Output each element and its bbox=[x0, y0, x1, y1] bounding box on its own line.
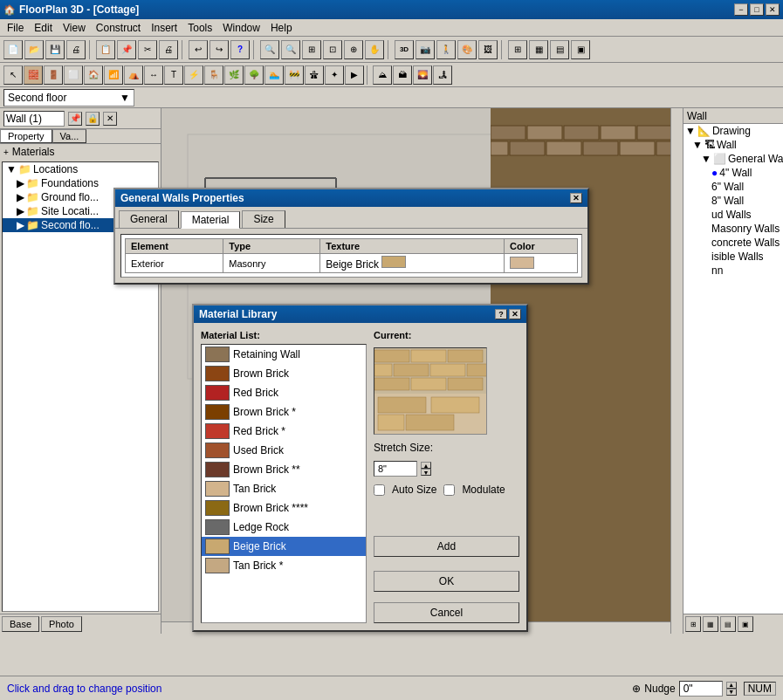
render2-button[interactable]: 🖼 bbox=[478, 40, 498, 59]
ml-item-ledge-rock[interactable]: Ledge Rock bbox=[202, 518, 366, 537]
panel-lock-button[interactable]: 🔒 bbox=[86, 112, 100, 126]
terrain2-button[interactable]: 🏔 bbox=[393, 65, 412, 85]
rp-btn-4[interactable]: ▣ bbox=[738, 616, 753, 632]
texture-swatch[interactable] bbox=[381, 256, 406, 268]
gwp-tab-size[interactable]: Size bbox=[242, 210, 285, 228]
zoom-in-button[interactable]: 🔍 bbox=[260, 40, 279, 59]
zoom-fit-button[interactable]: ⊞ bbox=[302, 40, 321, 59]
tree-right-nn[interactable]: nn bbox=[683, 264, 783, 278]
terrain4-button[interactable]: 🏞 bbox=[433, 65, 452, 85]
redo-button[interactable]: ↪ bbox=[209, 40, 229, 59]
ml-material-list[interactable]: Retaining Wall Brown Brick Red Brick Bro… bbox=[201, 344, 367, 623]
table-row[interactable]: Exterior Masonry Beige Brick bbox=[126, 254, 578, 273]
grid4-button[interactable]: ▣ bbox=[571, 40, 590, 59]
pool-button[interactable]: 🏊 bbox=[264, 65, 284, 85]
ml-item-tan-brick-2[interactable]: Tan Brick * bbox=[202, 556, 366, 575]
tree-right-drawing[interactable]: ▼ 📐 Drawing bbox=[683, 124, 783, 138]
menu-help[interactable]: Help bbox=[265, 21, 298, 35]
ml-item-brown-brick-2[interactable]: Brown Brick * bbox=[202, 402, 366, 422]
zoom-out-button[interactable]: 🔍 bbox=[281, 40, 300, 59]
more-button[interactable]: ▶ bbox=[345, 65, 364, 85]
room-button[interactable]: 🏠 bbox=[84, 65, 103, 85]
tree-right-invisible[interactable]: isible Walls bbox=[683, 250, 783, 264]
window-button[interactable]: ⬜ bbox=[64, 65, 83, 85]
elec-button[interactable]: ⚡ bbox=[184, 65, 203, 85]
vertical-scrollbar[interactable] bbox=[670, 108, 683, 634]
ml-help-button[interactable]: ? bbox=[495, 309, 507, 319]
gwp-close-button[interactable]: ✕ bbox=[570, 193, 582, 203]
tree-right-wall[interactable]: ▼ 🏗 Wall bbox=[683, 138, 783, 152]
gwp-tab-general[interactable]: General bbox=[119, 210, 179, 228]
terrain-button[interactable]: ⛰ bbox=[373, 65, 392, 85]
rp-btn-3[interactable]: ▤ bbox=[720, 616, 736, 632]
tree-right-stud[interactable]: ud Walls bbox=[683, 208, 783, 222]
panel-close-button[interactable]: ✕ bbox=[103, 112, 117, 126]
tree-right-8wall[interactable]: 8" Wall bbox=[683, 194, 783, 208]
rp-btn-1[interactable]: ⊞ bbox=[685, 616, 701, 632]
photo-tab-button[interactable]: Photo bbox=[41, 616, 82, 632]
open-button[interactable]: 📂 bbox=[24, 40, 44, 59]
menu-view[interactable]: View bbox=[58, 21, 91, 35]
materials-section[interactable]: + Materials bbox=[0, 144, 161, 160]
minimize-button[interactable]: − bbox=[734, 3, 748, 16]
tree-item-locations[interactable]: ▼ 📁 Locations bbox=[3, 162, 158, 176]
auto-size-checkbox[interactable] bbox=[374, 484, 385, 496]
tree-right-masonry[interactable]: Masonry Walls bbox=[683, 222, 783, 236]
grid3-button[interactable]: ▤ bbox=[550, 40, 569, 59]
door-button[interactable]: 🚪 bbox=[44, 65, 63, 85]
roof-button[interactable]: ⛺ bbox=[124, 65, 143, 85]
stretch-down-button[interactable]: ▼ bbox=[421, 469, 431, 476]
ml-item-beige-brick[interactable]: Beige Brick bbox=[202, 537, 366, 556]
tab-property[interactable]: Property bbox=[0, 129, 52, 143]
walk-button[interactable]: 🚶 bbox=[436, 40, 456, 59]
copy-button[interactable]: 📋 bbox=[96, 40, 115, 59]
modulate-checkbox[interactable] bbox=[443, 484, 455, 496]
grid-button[interactable]: ⊞ bbox=[508, 40, 527, 59]
tree-right-general-walls[interactable]: ▼ ⬜ General Walls bbox=[683, 152, 783, 166]
help-button[interactable]: ? bbox=[230, 40, 250, 59]
zoom-select-button[interactable]: ⊡ bbox=[323, 40, 342, 59]
stretch-input[interactable] bbox=[374, 461, 417, 477]
wall-button[interactable]: 🧱 bbox=[24, 65, 43, 85]
save-button[interactable]: 💾 bbox=[45, 40, 65, 59]
paste-button[interactable]: 📌 bbox=[117, 40, 136, 59]
tree-right-concrete[interactable]: concrete Walls bbox=[683, 236, 783, 250]
panel-pin-button[interactable]: 📌 bbox=[68, 112, 82, 126]
gwp-title-bar[interactable]: General Walls Properties ✕ bbox=[115, 189, 587, 207]
stair-button[interactable]: 📶 bbox=[104, 65, 123, 85]
sym-button[interactable]: ✦ bbox=[325, 65, 344, 85]
pan-button[interactable]: ✋ bbox=[365, 40, 384, 59]
cut-button[interactable]: ✂ bbox=[138, 40, 157, 59]
nudge-up-button[interactable]: ▲ bbox=[726, 682, 737, 689]
wall-dropdown[interactable]: Wall (1) bbox=[3, 111, 65, 127]
select-button[interactable]: ↖ bbox=[3, 65, 23, 85]
add-button[interactable]: Add bbox=[374, 536, 519, 557]
maximize-button[interactable]: □ bbox=[750, 3, 764, 16]
menu-edit[interactable]: Edit bbox=[29, 21, 58, 35]
cancel-button[interactable]: Cancel bbox=[374, 602, 519, 623]
terrain3-button[interactable]: 🌄 bbox=[413, 65, 432, 85]
ml-title-bar[interactable]: Material Library ? ✕ bbox=[194, 305, 526, 323]
ml-close-button[interactable]: ✕ bbox=[509, 309, 521, 319]
dim-button[interactable]: ↔ bbox=[144, 65, 163, 85]
nudge-input[interactable] bbox=[679, 681, 723, 697]
drive-button[interactable]: 🛣 bbox=[305, 65, 324, 85]
text-button[interactable]: T bbox=[164, 65, 183, 85]
color-swatch[interactable] bbox=[510, 257, 534, 269]
menu-tools[interactable]: Tools bbox=[182, 21, 217, 35]
new-button[interactable]: 📄 bbox=[3, 40, 23, 59]
ml-item-brown-brick-4[interactable]: Brown Brick **** bbox=[202, 498, 366, 518]
floor-dropdown[interactable]: Second floor ▼ bbox=[3, 89, 134, 106]
tree-right-6wall[interactable]: 6" Wall bbox=[683, 180, 783, 194]
gwp-tab-material[interactable]: Material bbox=[181, 211, 241, 229]
grid2-button[interactable]: ▦ bbox=[529, 40, 548, 59]
3d-button[interactable]: 3D bbox=[395, 40, 414, 59]
ml-item-retaining[interactable]: Retaining Wall bbox=[202, 345, 366, 364]
menu-insert[interactable]: Insert bbox=[146, 21, 182, 35]
ml-item-brown-brick-3[interactable]: Brown Brick ** bbox=[202, 460, 366, 479]
furn-button[interactable]: 🪑 bbox=[204, 65, 223, 85]
ok-button[interactable]: OK bbox=[374, 571, 519, 592]
base-tab-button[interactable]: Base bbox=[2, 616, 39, 632]
undo-button[interactable]: ↩ bbox=[189, 40, 208, 59]
tree-right-4wall[interactable]: ● 4" Wall bbox=[683, 166, 783, 180]
